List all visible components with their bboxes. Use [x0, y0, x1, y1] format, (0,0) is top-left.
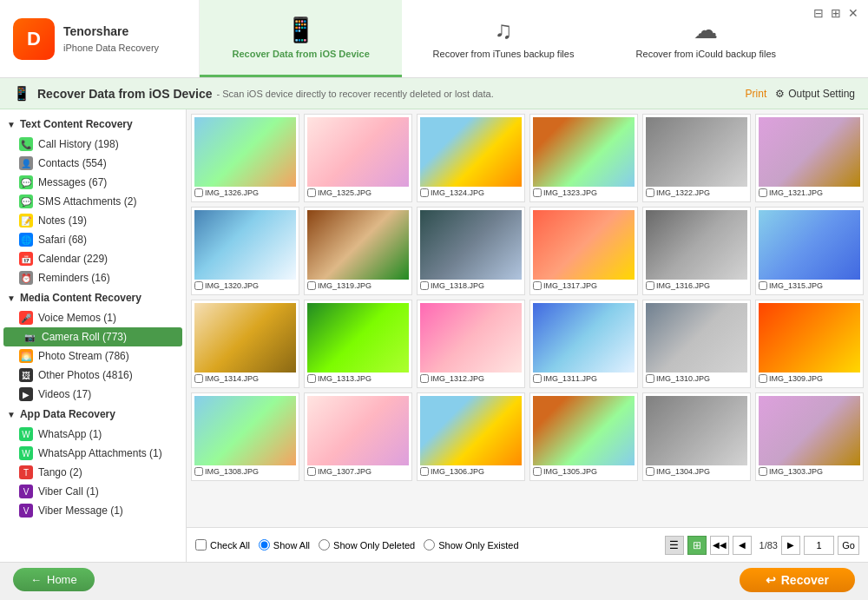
recover-button[interactable]: ↩ Recover — [740, 568, 855, 592]
photo-checkbox[interactable] — [194, 188, 203, 197]
sidebar-item-calendar[interactable]: 📅 Calendar (229) — [0, 249, 186, 268]
photo-filename: IMG_1307.JPG — [318, 467, 372, 476]
prev-page-button[interactable]: ◀◀ — [710, 536, 729, 555]
photo-checkbox[interactable] — [533, 374, 542, 383]
show-all-label[interactable]: Show All — [259, 539, 310, 551]
photo-checkbox[interactable] — [420, 188, 429, 197]
photo-item[interactable]: IMG_1321.JPG — [755, 114, 864, 202]
page-number-input[interactable] — [804, 536, 834, 555]
photo-item[interactable]: IMG_1304.JPG — [642, 392, 751, 481]
media-content-recovery-header[interactable]: ▼ Media Content Recovery — [0, 287, 186, 308]
home-button[interactable]: ← Home — [13, 568, 95, 591]
photo-item[interactable]: IMG_1309.JPG — [755, 300, 864, 388]
photo-item[interactable]: IMG_1311.JPG — [529, 300, 638, 388]
check-all-checkbox[interactable] — [195, 539, 207, 551]
sidebar-item-videos[interactable]: ▶ Videos (17) — [0, 385, 186, 404]
app-data-recovery-header[interactable]: ▼ App Data Recovery — [0, 404, 186, 425]
photo-checkbox[interactable] — [194, 467, 203, 476]
minimize-icon[interactable]: ⊟ — [813, 6, 827, 20]
sidebar-item-call-history[interactable]: 📞 Call History (198) — [0, 135, 186, 154]
photo-item[interactable]: IMG_1314.JPG — [191, 300, 299, 388]
photo-checkbox[interactable] — [420, 467, 429, 476]
sidebar-item-whatsapp-attachments[interactable]: W WhatsApp Attachments (1) — [0, 444, 186, 463]
photo-checkbox[interactable] — [759, 281, 767, 290]
photo-checkbox[interactable] — [307, 281, 316, 290]
sidebar-item-photo-stream[interactable]: 🌅 Photo Stream (786) — [0, 346, 186, 366]
sidebar-item-contacts[interactable]: 👤 Contacts (554) — [0, 154, 186, 173]
photo-item[interactable]: IMG_1315.JPG — [755, 207, 864, 295]
text-content-recovery-header[interactable]: ▼ Text Content Recovery — [0, 114, 186, 135]
tab-icloud-backup[interactable]: ☁ Recover from iCould backup files — [605, 0, 807, 77]
go-button[interactable]: Go — [838, 536, 859, 555]
photo-checkbox[interactable] — [759, 374, 767, 383]
show-only-deleted-radio[interactable] — [319, 539, 330, 551]
calendar-label: Calendar (229) — [38, 253, 108, 265]
photo-item[interactable]: IMG_1316.JPG — [642, 207, 751, 295]
close-icon[interactable]: ✕ — [848, 6, 862, 20]
photo-label: IMG_1316.JPG — [646, 280, 747, 292]
sidebar-item-notes[interactable]: 📝 Notes (19) — [0, 211, 186, 230]
photo-item[interactable]: IMG_1320.JPG — [191, 207, 299, 295]
photo-checkbox[interactable] — [533, 467, 542, 476]
show-only-existed-label[interactable]: Show Only Existed — [424, 539, 518, 551]
sidebar-item-camera-roll[interactable]: 📷 Camera Roll (773) — [3, 327, 182, 346]
sidebar-item-voice-memos[interactable]: 🎤 Voice Memos (1) — [0, 308, 186, 327]
photo-checkbox[interactable] — [759, 188, 767, 197]
grid-view-button[interactable]: ⊞ — [687, 536, 707, 555]
photo-checkbox[interactable] — [533, 188, 542, 197]
photo-item[interactable]: IMG_1317.JPG — [529, 207, 638, 295]
photo-item[interactable]: IMG_1307.JPG — [304, 392, 412, 481]
show-only-existed-radio[interactable] — [424, 539, 435, 551]
photo-item[interactable]: IMG_1303.JPG — [755, 392, 864, 481]
photo-checkbox[interactable] — [194, 281, 203, 290]
maximize-icon[interactable]: ⊞ — [831, 6, 845, 20]
check-all-label[interactable]: Check All — [195, 539, 250, 551]
print-button[interactable]: Print — [746, 88, 767, 100]
sidebar-item-messages[interactable]: 💬 Messages (67) — [0, 173, 186, 192]
photo-thumbnail — [307, 117, 409, 187]
photo-item[interactable]: IMG_1326.JPG — [191, 114, 299, 202]
sidebar-item-viber-message[interactable]: V Viber Message (1) — [0, 501, 186, 520]
show-only-deleted-label[interactable]: Show Only Deleted — [319, 539, 415, 551]
photo-checkbox[interactable] — [194, 374, 203, 383]
photo-item[interactable]: IMG_1318.JPG — [417, 207, 525, 295]
photo-checkbox[interactable] — [307, 374, 316, 383]
sidebar-item-whatsapp[interactable]: W WhatsApp (1) — [0, 425, 186, 444]
photo-item[interactable]: IMG_1322.JPG — [642, 114, 751, 202]
photo-item[interactable]: IMG_1324.JPG — [417, 114, 525, 202]
tab-ios-device[interactable]: 📱 Recover Data from iOS Device — [200, 0, 402, 77]
photo-item[interactable]: IMG_1313.JPG — [304, 300, 412, 388]
tab-itunes-backup[interactable]: ♫ Recover from iTunes backup files — [402, 0, 604, 77]
photo-checkbox[interactable] — [646, 467, 654, 476]
photo-checkbox[interactable] — [307, 188, 316, 197]
photo-checkbox[interactable] — [646, 281, 654, 290]
photo-item[interactable]: IMG_1312.JPG — [417, 300, 525, 388]
photo-item[interactable]: IMG_1306.JPG — [417, 392, 525, 481]
photo-checkbox[interactable] — [759, 467, 767, 476]
sidebar-item-reminders[interactable]: ⏰ Reminders (16) — [0, 268, 186, 287]
photo-item[interactable]: IMG_1325.JPG — [304, 114, 412, 202]
sidebar-item-other-photos[interactable]: 🖼 Other Photos (4816) — [0, 366, 186, 385]
photo-label: IMG_1315.JPG — [759, 280, 860, 292]
photo-checkbox[interactable] — [533, 281, 542, 290]
show-all-radio[interactable] — [259, 539, 270, 551]
photo-item[interactable]: IMG_1323.JPG — [529, 114, 638, 202]
list-view-button[interactable]: ☰ — [665, 536, 684, 555]
forward-nav-button[interactable]: ▶ — [781, 536, 800, 555]
photo-item[interactable]: IMG_1319.JPG — [304, 207, 412, 295]
sidebar-item-safari[interactable]: 🌐 Safari (68) — [0, 230, 186, 249]
photo-checkbox[interactable] — [420, 281, 429, 290]
next-nav-button[interactable]: ◀ — [733, 536, 752, 555]
photo-item[interactable]: IMG_1308.JPG — [191, 392, 299, 481]
sidebar-item-tango[interactable]: T Tango (2) — [0, 463, 186, 482]
photo-checkbox[interactable] — [646, 374, 654, 383]
photo-item[interactable]: IMG_1310.JPG — [642, 300, 751, 388]
photo-checkbox[interactable] — [420, 374, 429, 383]
photo-item[interactable]: IMG_1305.JPG — [529, 392, 638, 481]
output-setting-button[interactable]: ⚙ Output Setting — [775, 88, 855, 100]
sidebar-item-sms-attachments[interactable]: 💬 SMS Attachments (2) — [0, 192, 186, 211]
photo-checkbox[interactable] — [307, 467, 316, 476]
photo-checkbox[interactable] — [646, 188, 654, 197]
itunes-tab-label: Recover from iTunes backup files — [433, 49, 575, 59]
sidebar-item-viber-call[interactable]: V Viber Call (1) — [0, 482, 186, 501]
